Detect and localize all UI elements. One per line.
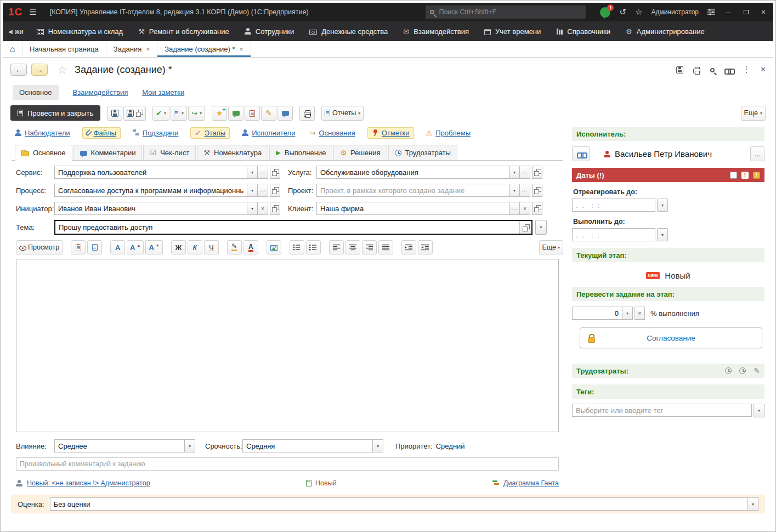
react-until-dropdown[interactable]: ▾ (657, 199, 668, 212)
menu-item-administration[interactable]: ⚙Администрирование (618, 21, 712, 41)
link-subtasks[interactable]: Подзадачи (131, 127, 181, 139)
menu-item-nomenclature[interactable]: Номенклатура и склад (29, 21, 131, 41)
percent-dropdown[interactable]: ▾ (622, 307, 633, 320)
align-left-button[interactable] (329, 240, 344, 254)
executor-choose-button[interactable]: ... (750, 146, 764, 161)
font-color-button[interactable]: А (243, 240, 258, 254)
link-observers[interactable]: Наблюдатели (13, 127, 72, 139)
client-input[interactable] (316, 202, 509, 215)
subject-open-button[interactable] (519, 221, 531, 234)
close-tab-icon[interactable]: × (240, 46, 243, 53)
subject-dropdown-button[interactable]: ▾ (535, 220, 547, 235)
record-status-link[interactable]: Новый: <не записан !> Администратор (27, 479, 150, 487)
checklist-button[interactable] (245, 106, 260, 121)
nav-link-my-notes[interactable]: Мои заметки (142, 88, 184, 97)
send-dropdown[interactable]: ↪▾ (188, 106, 205, 121)
numbered-list-button[interactable] (306, 240, 321, 254)
form-tab-main[interactable]: Основное (15, 145, 72, 160)
link-files[interactable]: Файлы (82, 127, 121, 139)
more-button[interactable]: Еще▾ (741, 106, 766, 121)
nav-link-interactions[interactable]: Взаимодействия (73, 88, 128, 97)
font-button[interactable]: А (110, 240, 125, 254)
preview-search-icon[interactable] (710, 68, 715, 72)
insert-image-button[interactable] (267, 240, 281, 254)
urgency-dropdown-button[interactable]: ▾ (373, 439, 383, 452)
favorites-icon[interactable]: ☆ (635, 7, 642, 17)
menu-back-icon[interactable]: ◀ (6, 29, 15, 35)
current-user[interactable]: Администратор (651, 8, 699, 16)
discussions-icon[interactable]: 1 (600, 7, 610, 18)
initiator-open-button[interactable] (270, 202, 280, 215)
form-tab-execution[interactable]: ▶Выполнение (269, 145, 332, 160)
print-icon[interactable] (693, 69, 700, 73)
timer-stop-icon[interactable] (739, 367, 746, 374)
preview-button[interactable]: Просмотр (16, 240, 63, 254)
offering-choose-button[interactable]: ... (520, 166, 530, 179)
write-and-close-button[interactable] (123, 106, 146, 121)
write-button[interactable] (107, 106, 122, 121)
client-open-button[interactable] (532, 202, 542, 215)
overdue-icon[interactable]: ! (741, 172, 749, 179)
maximize-button[interactable] (741, 10, 750, 14)
paste-button[interactable] (71, 240, 86, 254)
project-input[interactable] (316, 184, 509, 197)
indent-decrease-button[interactable] (418, 240, 433, 254)
client-clear-button[interactable]: × (520, 202, 530, 215)
main-menu-icon[interactable]: ☰ (29, 7, 36, 17)
offering-input[interactable] (316, 166, 509, 179)
close-form-icon[interactable]: × (761, 65, 766, 75)
menu-item-clipped[interactable]: жи (15, 27, 29, 36)
menu-item-employees[interactable]: Сотрудники (237, 21, 302, 41)
comment-input[interactable] (16, 457, 559, 471)
complete-until-input[interactable] (572, 228, 655, 241)
paste-special-button[interactable] (87, 240, 102, 254)
save-icon[interactable] (676, 66, 683, 73)
get-link-icon[interactable] (724, 69, 733, 73)
influence-select[interactable] (54, 439, 185, 452)
comments-button[interactable] (277, 106, 293, 121)
settings-icon[interactable] (707, 8, 715, 17)
close-window-button[interactable]: × (759, 8, 768, 16)
offering-open-button[interactable] (532, 166, 542, 179)
project-open-button[interactable] (532, 184, 542, 197)
approve-dropdown[interactable]: ✔▾ (152, 106, 169, 121)
executor-name[interactable]: Васильев Петр Иванович (615, 149, 712, 159)
offering-dropdown-button[interactable]: ▾ (509, 166, 520, 179)
tab-tasks[interactable]: Задания× (106, 41, 157, 57)
link-marks[interactable]: Отметки (367, 127, 414, 139)
initiator-clear-button[interactable]: × (258, 202, 268, 215)
increase-font-button[interactable]: А▲ (127, 240, 144, 254)
gantt-link[interactable]: Диаграмма Ганта (503, 479, 559, 487)
post-and-close-button[interactable]: Провести и закрыть (10, 105, 100, 121)
bullet-list-button[interactable] (290, 240, 304, 254)
tab-task-create[interactable]: Задание (создание) *× (157, 41, 251, 57)
form-tab-comments[interactable]: Комментарии (73, 145, 143, 160)
form-tab-labor[interactable]: Трудозатраты (388, 145, 457, 160)
percent-clear-button[interactable]: × (635, 307, 645, 320)
client-choose-button[interactable]: ... (509, 202, 520, 215)
tags-dropdown[interactable]: ▾ (754, 404, 764, 417)
tags-input[interactable] (572, 404, 752, 417)
more-menu-icon[interactable]: ⋮ (743, 65, 751, 75)
service-dropdown-button[interactable]: ▾ (247, 166, 258, 179)
edit-button[interactable]: ✎ (261, 106, 276, 121)
link-problems[interactable]: ⚠Проблемы (424, 127, 473, 139)
process-input[interactable] (54, 184, 247, 197)
indent-increase-button[interactable] (401, 240, 416, 254)
menu-item-catalogs[interactable]: Справочники (548, 21, 618, 41)
nav-back-button[interactable]: ← (10, 64, 27, 76)
home-tab[interactable]: ⌂ (3, 41, 22, 57)
reminder-icon[interactable]: ! (753, 172, 760, 179)
process-open-button[interactable] (270, 184, 280, 197)
menu-item-interactions[interactable]: ✉Взаимодействия (395, 21, 477, 41)
timer-start-icon[interactable] (725, 367, 732, 374)
align-right-button[interactable] (362, 240, 377, 254)
rating-select[interactable] (50, 497, 748, 511)
project-dropdown-button[interactable]: ▾ (509, 184, 520, 197)
print-button[interactable] (299, 106, 315, 121)
initiator-input[interactable] (54, 202, 247, 215)
link-stages[interactable]: ✓Этапы (190, 127, 230, 139)
decrease-font-button[interactable]: А▼ (145, 240, 162, 254)
nav-forward-button[interactable]: → (31, 64, 48, 76)
add-favorite-button[interactable]: ★+ (212, 106, 227, 121)
